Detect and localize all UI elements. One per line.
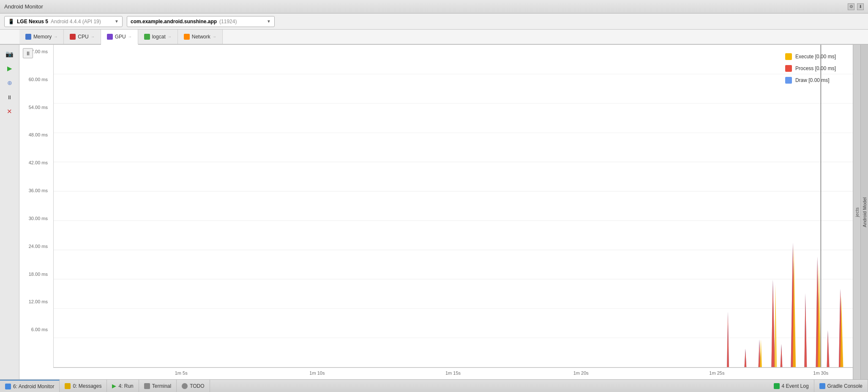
run-label: 4: Run	[118, 383, 133, 389]
tab-logcat-label: logcat	[152, 34, 166, 40]
network-tab-arrow: →	[213, 35, 216, 39]
terminal-icon	[144, 383, 150, 389]
chart-container: ⏸ 67.00 ms 60.00 ms 54.00 ms 48.00 ms 42…	[19, 45, 853, 379]
x-label-3: 1m 20s	[573, 370, 589, 376]
svg-marker-11	[727, 312, 729, 367]
tab-memory-label: Memory	[33, 34, 52, 40]
device-info: Android 4.4.4 (API 19)	[51, 19, 101, 24]
svg-marker-26	[804, 294, 807, 367]
svg-marker-21	[781, 344, 783, 368]
y-label-8: 18.00 ms	[22, 272, 51, 277]
svg-marker-19	[774, 284, 777, 367]
execute-label: Execute [0.00 ms]	[795, 54, 836, 60]
x-label-1: 1m 10s	[309, 370, 325, 376]
android-monitor-label: 6: Android Monitor	[13, 384, 54, 389]
messages-icon	[65, 383, 71, 389]
memory-tab-icon	[25, 34, 31, 40]
process-color-swatch	[785, 65, 792, 72]
y-label-3: 48.00 ms	[22, 132, 51, 137]
minimize-btn[interactable]: ⬇	[857, 3, 864, 10]
x-label-2: 1m 15s	[445, 370, 461, 376]
cpu-tab-icon	[70, 34, 76, 40]
x-label-5: 1m 30s	[813, 370, 828, 376]
title-bar: Android Monitor ⚙ ⬇	[0, 0, 868, 14]
svg-marker-18	[771, 280, 775, 367]
y-label-9: 12.00 ms	[22, 299, 51, 304]
device-selector[interactable]: 📱 LGE Nexus 5 Android 4.4.4 (API 19) ▼	[4, 16, 123, 27]
todo-label: TODO	[190, 383, 204, 389]
gpu-tab-icon	[107, 34, 113, 40]
y-label-1: 60.00 ms	[22, 77, 51, 82]
gpu-tab-arrow: →	[128, 35, 132, 39]
legend-draw: Draw [0.00 ms]	[785, 77, 836, 84]
terminal-label: Terminal	[152, 383, 171, 389]
bottom-run[interactable]: ▶ 4: Run	[107, 380, 139, 392]
bottom-gradle[interactable]: Gradle Console	[814, 380, 868, 392]
execute-color-swatch	[785, 53, 792, 60]
y-label-10: 6.00 ms	[22, 327, 51, 332]
tab-logcat[interactable]: logcat →	[138, 30, 178, 44]
bottom-spacer	[210, 380, 769, 392]
app-title: Android Monitor	[4, 3, 43, 10]
tabs-row: Memory → CPU → GPU → logcat → Network →	[0, 30, 868, 45]
chart-plot: Execute [0.00 ms] Process [0.00 ms] Draw…	[53, 45, 853, 368]
event-log-icon	[774, 383, 780, 389]
tab-network[interactable]: Network →	[178, 30, 223, 44]
event-log-label: 4 Event Log	[782, 383, 809, 389]
android-model-label: Android Model	[862, 197, 867, 227]
logcat-tab-arrow: →	[168, 35, 172, 39]
svg-marker-16	[760, 340, 762, 367]
right-sidebar[interactable]: jects	[853, 45, 860, 379]
close-button[interactable]: ✕	[4, 106, 16, 117]
draw-label: Draw [0.00 ms]	[795, 77, 830, 83]
legend-process: Process [0.00 ms]	[785, 65, 836, 72]
y-label-6: 30.00 ms	[22, 216, 51, 221]
settings-btn[interactable]: ⚙	[848, 3, 854, 10]
android-monitor-icon	[5, 384, 11, 389]
bottom-todo[interactable]: TODO	[177, 380, 210, 392]
messages-label: 0: Messages	[73, 383, 101, 389]
main-content: 📷 ▶ ⊕ ⏸ ✕ ⏸ 67.00 ms 60.00 ms 54.00 ms 4…	[0, 45, 868, 379]
cpu-tab-arrow: →	[91, 35, 95, 39]
inspect-button[interactable]: ⊕	[4, 77, 16, 89]
gradle-icon	[819, 383, 825, 389]
run-icon: ▶	[112, 383, 116, 389]
bottom-toolbar: 6: Android Monitor 0: Messages ▶ 4: Run …	[0, 379, 868, 392]
bottom-terminal[interactable]: Terminal	[139, 380, 177, 392]
x-axis: 1m 5s 1m 10s 1m 15s 1m 20s 1m 25s 1m 30s	[53, 368, 853, 379]
chart-svg	[54, 45, 853, 367]
y-label-5: 36.00 ms	[22, 188, 51, 193]
bottom-right-items: 4 Event Log Gradle Console	[769, 380, 868, 392]
chart-pause-button[interactable]: ⏸	[23, 48, 33, 58]
device-icon: 📱	[8, 19, 14, 24]
bottom-event-log[interactable]: 4 Event Log	[769, 380, 814, 392]
x-label-0: 1m 5s	[175, 370, 188, 376]
android-model-panel[interactable]: Android Model	[860, 45, 868, 379]
window-controls: ⚙ ⬇	[848, 3, 864, 10]
gradle-label: Gradle Console	[827, 383, 863, 389]
memory-tab-arrow: →	[54, 35, 57, 39]
device-name: LGE Nexus 5	[17, 19, 48, 24]
tab-gpu[interactable]: GPU →	[101, 30, 138, 45]
draw-color-swatch	[785, 77, 792, 84]
network-tab-icon	[184, 34, 190, 40]
y-axis: 67.00 ms 60.00 ms 54.00 ms 48.00 ms 42.0…	[19, 45, 53, 368]
svg-marker-31	[827, 330, 830, 367]
process-label: Process [0.00 ms]	[795, 65, 836, 71]
device-dropdown-arrow: ▼	[115, 19, 119, 24]
app-selector[interactable]: com.example.android.sunshine.app (11924)…	[127, 16, 275, 27]
legend: Execute [0.00 ms] Process [0.00 ms] Draw…	[785, 53, 836, 84]
app-pid: (11924)	[219, 19, 237, 24]
bottom-messages[interactable]: 0: Messages	[60, 380, 107, 392]
y-label-4: 42.00 ms	[22, 160, 51, 165]
tab-network-label: Network	[192, 34, 210, 40]
tab-gpu-label: GPU	[115, 34, 126, 40]
tab-cpu[interactable]: CPU →	[64, 30, 101, 44]
bottom-android-monitor[interactable]: 6: Android Monitor	[0, 380, 60, 392]
pause-button[interactable]: ⏸	[4, 91, 16, 103]
camera-button[interactable]: 📷	[4, 48, 16, 60]
x-label-4: 1m 25s	[709, 370, 724, 376]
run-button[interactable]: ▶	[4, 63, 16, 74]
app-dropdown-arrow: ▼	[267, 19, 271, 24]
tab-memory[interactable]: Memory →	[19, 30, 64, 44]
